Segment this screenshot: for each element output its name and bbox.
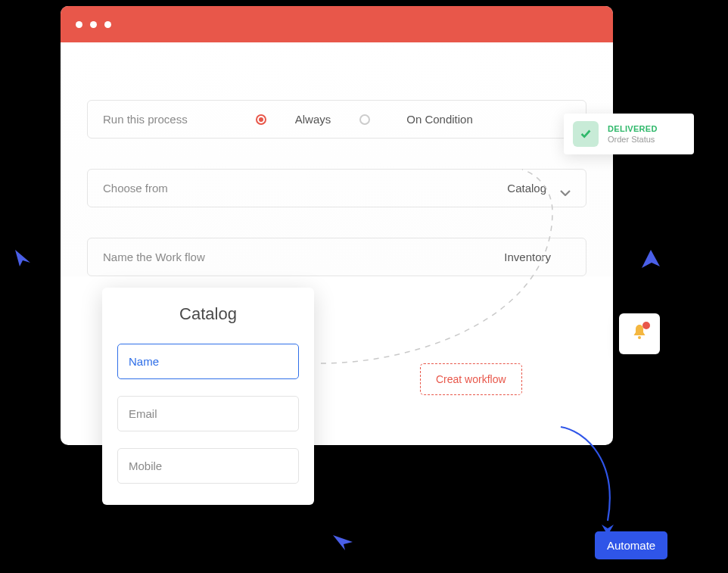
chevron-down-icon bbox=[560, 185, 571, 192]
check-icon bbox=[573, 121, 599, 147]
workflow-name-value-wrap: Inventory bbox=[504, 251, 551, 263]
workflow-name-row[interactable]: Name the Work flow Inventory bbox=[87, 238, 586, 276]
choose-from-row[interactable]: Choose from Catalog bbox=[87, 169, 586, 207]
delivered-status-card: DELIVERED Order Status bbox=[564, 114, 694, 154]
cursor-arrow-icon bbox=[15, 250, 32, 272]
window-control-dot[interactable] bbox=[104, 21, 111, 28]
choose-from-value: Catalog bbox=[507, 182, 546, 195]
catalog-popup: Catalog Name Email Mobile bbox=[102, 288, 314, 505]
delivered-subtitle: Order Status bbox=[608, 135, 658, 144]
window-control-dot[interactable] bbox=[76, 21, 82, 28]
process-label: Run this process bbox=[103, 113, 188, 126]
radio-on-condition[interactable] bbox=[359, 114, 370, 125]
catalog-name-input[interactable]: Name bbox=[117, 344, 299, 379]
cursor-arrow-icon bbox=[333, 534, 353, 553]
svg-point-0 bbox=[638, 336, 641, 339]
delivered-status: DELIVERED bbox=[608, 124, 658, 133]
notification-dot-icon bbox=[642, 322, 650, 329]
process-row: Run this process Always On Condition bbox=[87, 100, 586, 139]
delivered-text: DELIVERED Order Status bbox=[608, 124, 658, 144]
cursor-arrow-icon bbox=[642, 250, 660, 274]
choose-from-value-wrap: Catalog bbox=[507, 182, 571, 195]
process-radio-group: Always On Condition bbox=[256, 113, 571, 126]
catalog-title: Catalog bbox=[117, 304, 299, 324]
radio-always[interactable] bbox=[256, 114, 266, 125]
workflow-name-label: Name the Work flow bbox=[103, 251, 205, 263]
radio-always-label: Always bbox=[295, 113, 331, 126]
catalog-mobile-input[interactable]: Mobile bbox=[117, 448, 299, 484]
workflow-name-value: Inventory bbox=[504, 251, 551, 263]
form-area: Run this process Always On Condition Cho… bbox=[61, 42, 613, 276]
create-workflow-button[interactable]: Creat workflow bbox=[420, 363, 522, 395]
window-control-dot[interactable] bbox=[90, 21, 97, 28]
notification-card[interactable] bbox=[619, 313, 660, 354]
choose-from-label: Choose from bbox=[103, 182, 168, 195]
title-bar bbox=[61, 6, 613, 42]
bell-icon bbox=[630, 323, 649, 344]
catalog-email-input[interactable]: Email bbox=[117, 396, 299, 431]
automate-button[interactable]: Automate bbox=[595, 531, 667, 559]
radio-on-condition-label: On Condition bbox=[406, 113, 473, 126]
